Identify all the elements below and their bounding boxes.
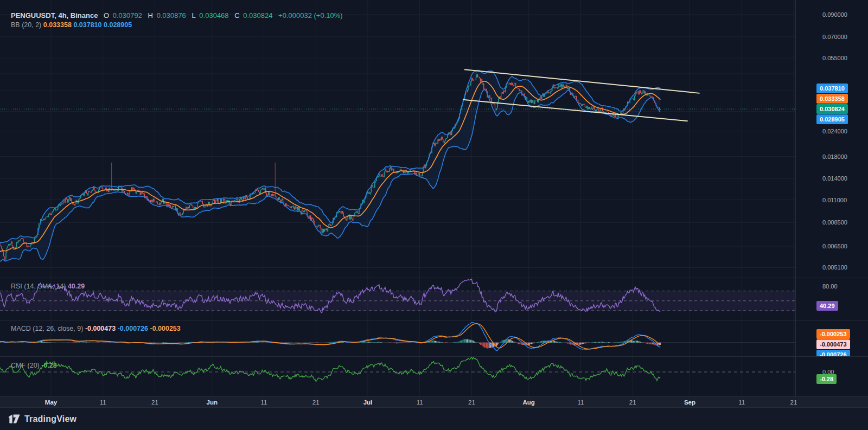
bb-basis-line xyxy=(0,81,660,261)
price-scale-label: 0.011000 xyxy=(822,196,847,204)
bb-upper-value: 0.037810 xyxy=(73,21,101,29)
time-label-11: 11 xyxy=(725,397,758,408)
tradingview-chart-window: PENGUUSDT, 4h, Binance O 0.030792 H 0.03… xyxy=(0,0,868,430)
price-scale-label: 0.006500 xyxy=(822,242,847,250)
rsi-legend-label: RSI (14, SMA, 14) xyxy=(11,283,66,290)
rsi-pane[interactable] xyxy=(0,279,795,313)
price-scale-label: 0.055000 xyxy=(822,54,847,62)
time-label-jul: Jul xyxy=(352,397,384,408)
time-label-11: 11 xyxy=(404,397,436,408)
candle-bodies-down xyxy=(0,74,660,267)
cmf-legend[interactable]: CMF (20) -0.28 xyxy=(11,361,57,370)
bb-lower-band xyxy=(0,90,660,269)
price-pane[interactable] xyxy=(0,69,795,269)
time-label-11: 11 xyxy=(247,397,280,408)
rsi-value: 40.29 xyxy=(68,283,85,290)
price-scale[interactable]: 0.0900000.0700000.0550000.0240000.018000… xyxy=(796,0,868,278)
time-label-sep: Sep xyxy=(673,397,706,408)
candle-wicks-up xyxy=(0,70,660,268)
time-label-21: 21 xyxy=(138,397,171,408)
bb-legend-label: BB (20, 2) xyxy=(11,21,41,29)
macd-line-value: -0.000726 xyxy=(118,325,148,332)
macd-scale[interactable]: -0.000253-0.000473-0.000726 xyxy=(796,320,868,356)
ohlc-close-label: C xyxy=(234,11,239,20)
time-label-21: 21 xyxy=(455,397,488,408)
time-axis[interactable]: May1121Jun1121Jul1121Aug1121Sep1121 xyxy=(0,396,868,408)
ohlc-open-value: 0.030792 xyxy=(113,11,142,20)
rsi-scale[interactable]: 80.0040.29 xyxy=(796,278,868,320)
time-label-jun: Jun xyxy=(196,397,228,408)
ohlc-high-value: 0.030876 xyxy=(157,11,186,20)
symbol-title[interactable]: PENGUUSDT, 4h, Binance xyxy=(11,11,98,20)
symbol-header: PENGUUSDT, 4h, Binance O 0.030792 H 0.03… xyxy=(11,11,343,20)
chart-canvas[interactable] xyxy=(0,0,868,430)
change-value: +0.000032 (+0.10%) xyxy=(278,11,343,20)
price-scale-label: 0.090000 xyxy=(822,11,847,18)
footer-bar: TradingView xyxy=(0,407,868,430)
cmf-pane[interactable] xyxy=(0,357,795,381)
ohlc-low-value: 0.030468 xyxy=(199,11,228,20)
price-scale-label: 0.024000 xyxy=(822,127,847,135)
price-badge: 0.037810 xyxy=(816,84,848,93)
price-badge: 0.033358 xyxy=(816,94,848,104)
time-label-aug: Aug xyxy=(513,397,545,408)
tradingview-logo[interactable]: TradingView xyxy=(8,414,76,424)
macd-hist-value: -0.000473 xyxy=(85,325,116,332)
rsi-badge: 40.29 xyxy=(816,301,838,311)
macd-legend[interactable]: MACD (12, 26, close, 9) -0.000473 -0.000… xyxy=(11,324,181,333)
cmf-legend-label: CMF (20) xyxy=(11,362,40,369)
bb-fill xyxy=(0,70,660,269)
tradingview-logo-text: TradingView xyxy=(24,414,76,424)
price-scale-label: 0.005100 xyxy=(822,264,847,271)
price-scale-label: 0.018000 xyxy=(822,153,847,161)
bb-legend[interactable]: BB (20, 2) 0.033358 0.037810 0.028905 xyxy=(11,21,132,29)
ohlc-low-label: L xyxy=(192,11,195,20)
cmf-value: -0.28 xyxy=(41,362,57,369)
bb-basis-value: 0.033358 xyxy=(43,21,72,29)
price-badge: 0.028905 xyxy=(816,114,848,124)
cmf-line xyxy=(0,357,660,381)
price-scale-label: 0.014000 xyxy=(822,175,847,182)
cmf-scale[interactable]: 0.00-0.28 xyxy=(796,356,868,396)
price-badge: 0.030824 xyxy=(816,104,848,114)
price-scale-label: 0.008500 xyxy=(822,219,847,226)
tradingview-logo-icon xyxy=(8,414,21,424)
cmf-badge: -0.28 xyxy=(816,374,837,384)
time-label-11: 11 xyxy=(87,397,119,408)
macd-hist-neg xyxy=(0,343,657,349)
ohlc-open-label: O xyxy=(104,11,109,20)
time-label-11: 11 xyxy=(564,397,597,408)
time-label-may: May xyxy=(35,397,67,408)
price-scale-label: 0.070000 xyxy=(822,33,847,41)
macd-badge: -0.000473 xyxy=(816,339,850,349)
ohlc-close-value: 0.030824 xyxy=(243,11,272,20)
time-label-21: 21 xyxy=(299,397,332,408)
ohlc-high-label: H xyxy=(148,11,153,20)
candle-wicks-down xyxy=(0,74,660,267)
time-label-21: 21 xyxy=(777,397,810,408)
bb-lower-value: 0.028905 xyxy=(104,21,132,29)
macd-legend-label: MACD (12, 26, close, 9) xyxy=(11,325,83,332)
macd-badge: -0.000253 xyxy=(816,329,850,339)
rsi-legend[interactable]: RSI (14, SMA, 14) 40.29 xyxy=(11,282,85,291)
macd-badge: -0.000726 xyxy=(816,350,850,356)
candle-bodies-up xyxy=(0,74,660,267)
grid xyxy=(0,0,795,396)
macd-signal-value: -0.000253 xyxy=(150,325,180,332)
rsi-scale-label: 80.00 xyxy=(822,283,838,290)
time-label-21: 21 xyxy=(616,397,649,408)
